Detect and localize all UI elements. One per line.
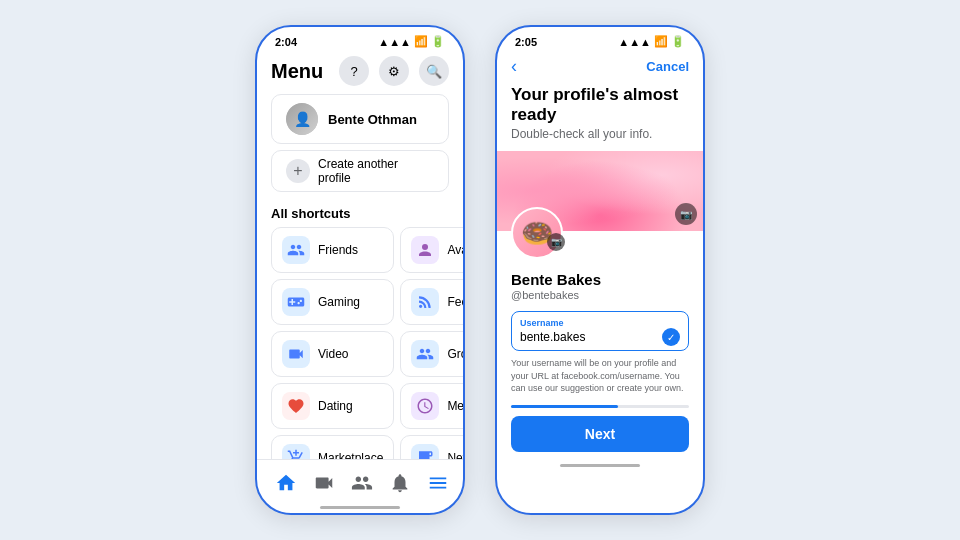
svg-point-0 [422, 244, 428, 250]
menu-header: Menu ? ⚙ 🔍 [257, 52, 463, 94]
shortcut-feeds[interactable]: Feeds [400, 279, 463, 325]
status-bar-2: 2:05 ▲▲▲ 📶 🔋 [497, 27, 703, 52]
shortcut-dating[interactable]: Dating [271, 383, 394, 429]
shortcut-friends[interactable]: Friends [271, 227, 394, 273]
home-indicator-2 [560, 464, 640, 467]
groups-label: Groups [447, 347, 463, 361]
video-label: Video [318, 347, 348, 361]
back-button[interactable]: ‹ [511, 56, 517, 77]
news-icon [411, 444, 439, 459]
groups-icon [411, 340, 439, 368]
bottom-nav [257, 459, 463, 502]
search-icon[interactable]: 🔍 [419, 56, 449, 86]
progress-bar-background [511, 405, 689, 408]
profile-camera-icon[interactable]: 📷 [547, 233, 565, 251]
nav-home[interactable] [267, 468, 305, 498]
memories-label: Memories [447, 399, 463, 413]
shortcut-groups[interactable]: Groups [400, 331, 463, 377]
shortcut-memories[interactable]: Memories [400, 383, 463, 429]
signal-icon-2: ▲▲▲ [618, 36, 651, 48]
shortcut-avatars[interactable]: Avatars [400, 227, 463, 273]
marketplace-icon [282, 444, 310, 459]
home-indicator [320, 506, 400, 509]
profile-nav: ‹ Cancel [497, 52, 703, 85]
cancel-button[interactable]: Cancel [646, 59, 689, 74]
progress-bar-area [497, 405, 703, 416]
create-profile-row[interactable]: + Create another profile [271, 150, 449, 192]
cover-camera-icon[interactable]: 📷 [675, 203, 697, 225]
avatars-label: Avatars [447, 243, 463, 257]
help-icon[interactable]: ? [339, 56, 369, 86]
profile-ready-title: Your profile's almost ready [497, 85, 703, 127]
settings-icon[interactable]: ⚙ [379, 56, 409, 86]
time-2: 2:05 [515, 36, 537, 48]
username-value: bente.bakes [520, 330, 585, 344]
profile-handle: @bentebakes [497, 289, 703, 311]
shortcuts-label: All shortcuts [257, 202, 463, 227]
phone-profile-setup: 2:05 ▲▲▲ 📶 🔋 ‹ Cancel Your profile's alm… [495, 25, 705, 515]
progress-bar-fill [511, 405, 618, 408]
avatars-icon [411, 236, 439, 264]
username-field[interactable]: Username bente.bakes ✓ [511, 311, 689, 351]
memories-icon [411, 392, 439, 420]
nav-people[interactable] [343, 468, 381, 498]
signal-icon: ▲▲▲ [378, 36, 411, 48]
profile-ready-subtitle: Double-check all your info. [497, 127, 703, 151]
nav-video[interactable] [305, 468, 343, 498]
video-icon [282, 340, 310, 368]
check-icon: ✓ [662, 328, 680, 346]
gaming-icon [282, 288, 310, 316]
profile-row[interactable]: 👤 Bente Othman [271, 94, 449, 144]
friends-icon [282, 236, 310, 264]
menu-title: Menu [271, 60, 323, 83]
header-icons: ? ⚙ 🔍 [339, 56, 449, 86]
create-profile-label: Create another profile [318, 157, 434, 185]
shortcut-news[interactable]: News [400, 435, 463, 459]
shortcut-video[interactable]: Video [271, 331, 394, 377]
time-1: 2:04 [275, 36, 297, 48]
status-icons-1: ▲▲▲ 📶 🔋 [378, 35, 445, 48]
marketplace-label: Marketplace [318, 451, 383, 459]
username-input-row: bente.bakes ✓ [520, 328, 680, 346]
battery-icon: 🔋 [431, 35, 445, 48]
profile-name: Bente Othman [328, 112, 417, 127]
shortcuts-grid: Friends Avatars Gaming Feeds Video [257, 227, 463, 459]
nav-menu[interactable] [419, 468, 457, 498]
dating-icon [282, 392, 310, 420]
phone-menu: 2:04 ▲▲▲ 📶 🔋 Menu ? ⚙ 🔍 👤 Bente Othman +… [255, 25, 465, 515]
profile-display-name: Bente Bakes [497, 267, 703, 289]
nav-notifications[interactable] [381, 468, 419, 498]
battery-icon-2: 🔋 [671, 35, 685, 48]
shortcut-gaming[interactable]: Gaming [271, 279, 394, 325]
wifi-icon-2: 📶 [654, 35, 668, 48]
plus-icon: + [286, 159, 310, 183]
shortcut-marketplace[interactable]: Marketplace [271, 435, 394, 459]
profile-pic-container: 🍩 📷 [511, 231, 703, 263]
feeds-icon [411, 288, 439, 316]
username-label: Username [520, 318, 680, 328]
status-bar-1: 2:04 ▲▲▲ 📶 🔋 [257, 27, 463, 52]
dating-label: Dating [318, 399, 353, 413]
username-hint: Your username will be on your profile an… [497, 357, 703, 405]
friends-label: Friends [318, 243, 358, 257]
next-button[interactable]: Next [511, 416, 689, 452]
avatar: 👤 [286, 103, 318, 135]
news-label: News [447, 451, 463, 459]
wifi-icon: 📶 [414, 35, 428, 48]
gaming-label: Gaming [318, 295, 360, 309]
feeds-label: Feeds [447, 295, 463, 309]
status-icons-2: ▲▲▲ 📶 🔋 [618, 35, 685, 48]
